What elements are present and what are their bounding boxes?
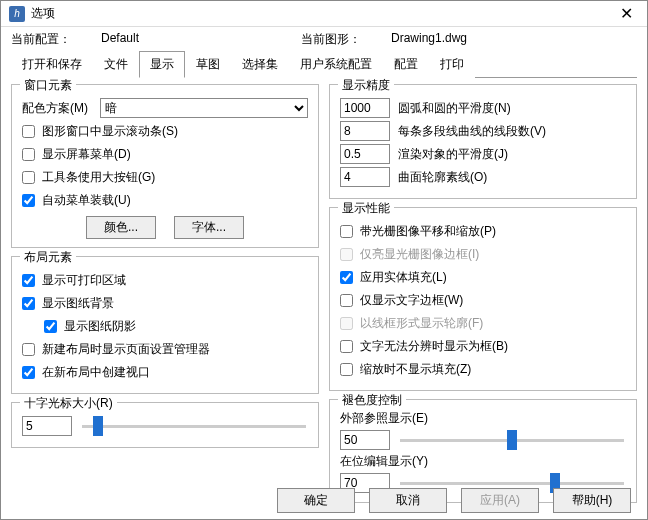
screenmenu-checkbox[interactable]: 显示屏幕菜单(D) <box>22 146 131 163</box>
tab-user-prefs[interactable]: 用户系统配置 <box>289 51 383 78</box>
help-button[interactable]: 帮助(H) <box>553 488 631 513</box>
papershadow-checkbox[interactable]: 显示图纸阴影 <box>44 318 136 335</box>
titlebar: h 选项 ✕ <box>1 1 647 27</box>
group-crosshair: 十字光标大小(R) <box>11 402 319 448</box>
crosshair-slider[interactable] <box>82 425 306 428</box>
toblock-checkbox[interactable]: 文字无法分辨时显示为框(B) <box>340 338 508 355</box>
contour-input[interactable] <box>340 167 390 187</box>
drawing-label: 当前图形： <box>301 31 391 48</box>
crosshair-input[interactable] <box>22 416 72 436</box>
textframe-checkbox[interactable]: 仅显示文字边框(W) <box>340 292 463 309</box>
tabstrip: 打开和保存 文件 显示 草图 选择集 用户系统配置 配置 打印 <box>11 50 637 78</box>
arc-smooth-label: 圆弧和圆的平滑度(N) <box>398 100 511 117</box>
footer-buttons: 确定 取消 应用(A) 帮助(H) <box>277 488 631 513</box>
paperbg-checkbox[interactable]: 显示图纸背景 <box>22 295 114 312</box>
group-layout-elements: 布局元素 显示可打印区域 显示图纸背景 显示图纸阴影 新建布局时显示页面设置管理… <box>11 256 319 394</box>
contour-label: 曲面轮廓素线(O) <box>398 169 487 186</box>
nofillzoom-checkbox[interactable]: 缩放时不显示填充(Z) <box>340 361 471 378</box>
solidfill-checkbox[interactable]: 应用实体填充(L) <box>340 269 447 286</box>
hlimage-checkbox: 仅亮显光栅图像边框(I) <box>340 246 479 263</box>
render-smooth-label: 渲染对象的平滑度(J) <box>398 146 508 163</box>
arc-smooth-input[interactable] <box>340 98 390 118</box>
panraster-checkbox[interactable]: 带光栅图像平移和缩放(P) <box>340 223 496 240</box>
inplace-fade-slider[interactable] <box>400 482 624 485</box>
group-performance: 显示性能 带光栅图像平移和缩放(P) 仅亮显光栅图像边框(I) 应用实体填充(L… <box>329 207 637 391</box>
pagesetup-checkbox[interactable]: 新建布局时显示页面设置管理器 <box>22 341 210 358</box>
inplace-fade-label: 在位编辑显示(Y) <box>340 453 626 470</box>
tab-open-save[interactable]: 打开和保存 <box>11 51 93 78</box>
left-column: 窗口元素 配色方案(M) 暗 图形窗口中显示滚动条(S) 显示屏幕菜单(D) 工… <box>11 84 319 482</box>
xref-fade-label: 外部参照显示(E) <box>340 410 626 427</box>
right-column: 显示精度 圆弧和圆的平滑度(N) 每条多段线曲线的线段数(V) 渲染对象的平滑度… <box>329 84 637 482</box>
tab-print[interactable]: 打印 <box>429 51 475 78</box>
colorscheme-label: 配色方案(M) <box>22 100 100 117</box>
tab-display[interactable]: 显示 <box>139 51 185 78</box>
legend-crosshair: 十字光标大小(R) <box>20 395 117 412</box>
cancel-button[interactable]: 取消 <box>369 488 447 513</box>
scrollbars-checkbox[interactable]: 图形窗口中显示滚动条(S) <box>22 123 178 140</box>
segments-label: 每条多段线曲线的线段数(V) <box>398 123 546 140</box>
font-button[interactable]: 字体... <box>174 216 244 239</box>
largebuttons-checkbox[interactable]: 工具条使用大按钮(G) <box>22 169 155 186</box>
legend-layout-elements: 布局元素 <box>20 249 76 266</box>
segments-input[interactable] <box>340 121 390 141</box>
legend-fade: 褪色度控制 <box>338 392 406 409</box>
tab-files[interactable]: 文件 <box>93 51 139 78</box>
ok-button[interactable]: 确定 <box>277 488 355 513</box>
xref-fade-input[interactable] <box>340 430 390 450</box>
tab-profiles[interactable]: 配置 <box>383 51 429 78</box>
group-precision: 显示精度 圆弧和圆的平滑度(N) 每条多段线曲线的线段数(V) 渲染对象的平滑度… <box>329 84 637 199</box>
options-dialog: h 选项 ✕ 当前配置： Default 当前图形： Drawing1.dwg … <box>0 0 648 520</box>
color-button[interactable]: 颜色... <box>86 216 156 239</box>
config-label: 当前配置： <box>11 31 101 48</box>
app-icon: h <box>9 6 25 22</box>
apply-button[interactable]: 应用(A) <box>461 488 539 513</box>
xref-fade-slider[interactable] <box>400 439 624 442</box>
panel: 窗口元素 配色方案(M) 暗 图形窗口中显示滚动条(S) 显示屏幕菜单(D) 工… <box>1 78 647 486</box>
legend-window-elements: 窗口元素 <box>20 77 76 94</box>
header-row: 当前配置： Default 当前图形： Drawing1.dwg <box>1 27 647 50</box>
tab-selection[interactable]: 选择集 <box>231 51 289 78</box>
group-window-elements: 窗口元素 配色方案(M) 暗 图形窗口中显示滚动条(S) 显示屏幕菜单(D) 工… <box>11 84 319 248</box>
drawing-value: Drawing1.dwg <box>391 31 591 48</box>
legend-precision: 显示精度 <box>338 77 394 94</box>
tab-sketch[interactable]: 草图 <box>185 51 231 78</box>
window-title: 选项 <box>31 5 614 22</box>
colorscheme-select[interactable]: 暗 <box>100 98 308 118</box>
autoload-checkbox[interactable]: 自动菜单装载(U) <box>22 192 131 209</box>
viewport-checkbox[interactable]: 在新布局中创建视口 <box>22 364 150 381</box>
close-icon[interactable]: ✕ <box>614 4 639 23</box>
config-value: Default <box>101 31 301 48</box>
printable-checkbox[interactable]: 显示可打印区域 <box>22 272 126 289</box>
wireframe-checkbox: 以线框形式显示轮廓(F) <box>340 315 483 332</box>
legend-performance: 显示性能 <box>338 200 394 217</box>
render-smooth-input[interactable] <box>340 144 390 164</box>
